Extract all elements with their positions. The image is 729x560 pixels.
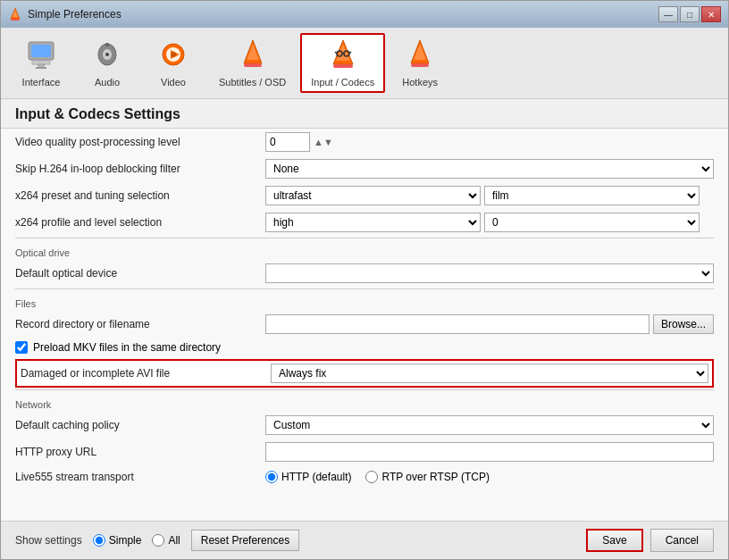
x264-level-select[interactable]: 0 1 2 3 xyxy=(484,213,700,232)
preload-mkv-label: Preload MKV files in the same directory xyxy=(33,341,221,354)
http-proxy-control xyxy=(265,442,714,462)
live555-row: Live555 stream transport HTTP (default) … xyxy=(15,465,714,489)
default-caching-select[interactable]: Custom Lowest latency Low latency Normal… xyxy=(265,415,714,435)
subtitles-icon xyxy=(237,38,269,77)
browse-button[interactable]: Browse... xyxy=(653,314,714,334)
title-buttons: — □ ✕ xyxy=(658,6,721,22)
tab-hotkeys[interactable]: Hotkeys xyxy=(389,33,451,93)
title-bar: Simple Preferences — □ ✕ xyxy=(1,1,728,28)
save-button[interactable]: Save xyxy=(586,529,642,552)
damaged-avi-row: Damaged or incomplete AVI file Always fi… xyxy=(15,359,714,388)
cancel-button[interactable]: Cancel xyxy=(650,529,714,552)
x264-preset-select[interactable]: ultrafast superfast veryfast faster fast… xyxy=(265,186,481,205)
divider-1 xyxy=(15,238,714,238)
x264-tuning-select[interactable]: film animation grain stillimage psnr xyxy=(484,186,700,205)
svg-point-10 xyxy=(105,53,109,56)
live555-control: HTTP (default) RTP over RTSP (TCP) xyxy=(265,471,714,483)
svg-point-16 xyxy=(171,52,176,57)
default-caching-row: Default caching policy Custom Lowest lat… xyxy=(15,412,714,439)
tab-audio[interactable]: Audio xyxy=(76,33,138,93)
skip-h264-row: Skip H.264 in-loop deblocking filter Non… xyxy=(15,155,714,182)
video-quality-row: Video quality post-processing level ▲▼ xyxy=(15,129,714,155)
divider-3 xyxy=(15,389,714,390)
svg-rect-30 xyxy=(411,63,429,67)
network-section: Network xyxy=(15,394,714,412)
svg-rect-19 xyxy=(244,63,262,67)
bottom-spacer xyxy=(15,489,714,496)
restore-button[interactable]: □ xyxy=(680,6,700,22)
tab-subtitles-label: Subtitles / OSD xyxy=(219,77,286,88)
preload-mkv-checkbox[interactable] xyxy=(15,341,28,354)
toolbar: Interface Audio xyxy=(1,28,728,99)
input-icon xyxy=(327,38,359,77)
default-optical-row: Default optical device xyxy=(15,260,714,287)
default-caching-control: Custom Lowest latency Low latency Normal… xyxy=(265,415,714,435)
live555-http-option: HTTP (default) xyxy=(265,471,351,483)
x264-profile-label: x264 profile and level selection xyxy=(15,216,265,229)
video-quality-arrows: ▲▼ xyxy=(314,137,333,147)
tab-subtitles[interactable]: Subtitles / OSD xyxy=(208,33,297,93)
record-dir-row: Record directory or filename Browse... xyxy=(15,311,714,338)
x264-preset-control: ultrafast superfast veryfast faster fast… xyxy=(265,186,714,205)
x264-preset-row: x264 preset and tuning selection ultrafa… xyxy=(15,182,714,209)
tab-video-label: Video xyxy=(161,77,186,88)
settings-area: Video quality post-processing level ▲▼ S… xyxy=(1,128,728,521)
live555-label: Live555 stream transport xyxy=(15,471,265,483)
content-area: Input & Codecs Settings Video quality po… xyxy=(1,99,728,521)
tab-interface[interactable]: Interface xyxy=(10,33,72,93)
tab-input-codecs[interactable]: Input / Codecs xyxy=(300,33,385,93)
svg-rect-22 xyxy=(333,64,353,68)
http-proxy-input[interactable] xyxy=(265,442,714,462)
video-quality-label: Video quality post-processing level xyxy=(15,136,265,148)
simple-radio-option: Simple xyxy=(93,534,142,547)
page-title: Input & Codecs Settings xyxy=(1,99,728,128)
video-quality-input[interactable] xyxy=(265,132,310,152)
simple-radio[interactable] xyxy=(93,534,105,547)
minimize-button[interactable]: — xyxy=(658,6,678,22)
preload-mkv-row: Preload MKV files in the same directory xyxy=(15,338,714,357)
live555-rtp-radio[interactable] xyxy=(365,471,378,483)
live555-http-label: HTTP (default) xyxy=(281,471,351,483)
svg-rect-1 xyxy=(11,19,20,21)
hotkeys-icon xyxy=(404,38,436,77)
tab-interface-label: Interface xyxy=(22,77,61,88)
damaged-avi-select[interactable]: Always fix Ask Never fix xyxy=(271,364,708,383)
skip-h264-control: None All Non-ref Bidir Non-key All+ xyxy=(265,159,714,179)
reset-preferences-button[interactable]: Reset Preferences xyxy=(191,530,299,551)
skip-h264-label: Skip H.264 in-loop deblocking filter xyxy=(15,163,265,175)
live555-rtp-label: RTP over RTSP (TCP) xyxy=(381,471,489,483)
live555-http-radio[interactable] xyxy=(265,471,278,483)
all-radio-option: All xyxy=(152,534,180,547)
live555-rtp-option: RTP over RTSP (TCP) xyxy=(365,471,489,483)
video-icon xyxy=(157,38,189,77)
interface-icon xyxy=(25,38,57,77)
http-proxy-row: HTTP proxy URL xyxy=(15,439,714,465)
svg-rect-7 xyxy=(36,67,46,69)
tab-hotkeys-label: Hotkeys xyxy=(402,77,438,88)
default-optical-select[interactable] xyxy=(265,263,714,283)
svg-rect-4 xyxy=(31,45,51,57)
tab-audio-label: Audio xyxy=(95,77,120,88)
files-section: Files xyxy=(15,293,714,311)
x264-profile-row: x264 profile and level selection baselin… xyxy=(15,209,714,236)
x264-profile-control: baseline main high high10 0 1 2 3 xyxy=(265,213,714,232)
x264-profile-select[interactable]: baseline main high high10 xyxy=(265,213,481,232)
skip-h264-select[interactable]: None All Non-ref Bidir Non-key All+ xyxy=(265,159,714,179)
all-radio[interactable] xyxy=(152,534,164,547)
all-label: All xyxy=(168,534,180,547)
title-bar-left: Simple Preferences xyxy=(8,7,122,21)
live555-radio-group: HTTP (default) RTP over RTSP (TCP) xyxy=(265,471,490,483)
bottom-right-buttons: Save Cancel xyxy=(586,529,714,552)
x264-preset-label: x264 preset and tuning selection xyxy=(15,189,265,202)
tab-video[interactable]: Video xyxy=(142,33,205,93)
damaged-avi-control: Always fix Ask Never fix xyxy=(271,364,708,383)
divider-2 xyxy=(15,288,714,289)
default-optical-label: Default optical device xyxy=(15,267,265,280)
audio-icon xyxy=(91,38,123,77)
record-dir-input[interactable] xyxy=(265,314,649,334)
damaged-avi-label: Damaged or incomplete AVI file xyxy=(21,367,271,380)
close-button[interactable]: ✕ xyxy=(701,6,721,22)
default-caching-label: Default caching policy xyxy=(15,419,265,431)
simple-label: Simple xyxy=(109,534,142,547)
record-dir-control: Browse... xyxy=(265,314,714,334)
